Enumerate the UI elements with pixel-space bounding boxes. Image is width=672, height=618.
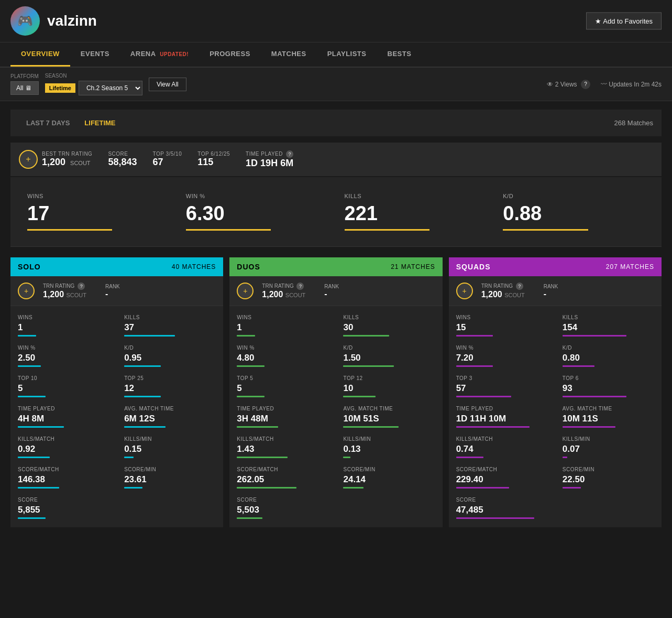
stat-item: TOP 10 5: [10, 371, 117, 402]
top3510-item: TOP 3/5/10 67: [152, 151, 182, 168]
stat-bar: [343, 487, 363, 489]
stat-item: WIN % 7.20: [449, 341, 555, 371]
score-item: SCORE 58,843: [108, 151, 137, 168]
nav-item-matches[interactable]: MATCHES: [261, 42, 317, 67]
stat-item: WINS 1: [10, 310, 117, 341]
stat-item: TOP 25 12: [117, 371, 223, 402]
stat-bar: [237, 457, 287, 458]
stat-bar: [563, 457, 567, 458]
stat-bar: [456, 487, 510, 489]
stat-item: SCORE/MIN 24.14: [336, 462, 442, 493]
stat-bar: [124, 426, 166, 428]
stat-item: AVG. MATCH TIME 10M 51S: [336, 402, 442, 432]
arena-updated-badge: UPDATED!: [160, 51, 189, 57]
stat-bar: [237, 517, 262, 519]
big-stats-grid: WINS 17 WIN % 6.30 KILLS 221 K/D 0.88: [10, 177, 662, 247]
nav-item-arena[interactable]: ARENA UPDATED!: [120, 42, 199, 67]
nav-item-playlists[interactable]: PLAYLISTS: [317, 42, 377, 67]
stat-bar: [18, 426, 64, 428]
stat-item: WINS 1: [229, 310, 336, 341]
solo-stats-grid: WINS 1 KILLS 37 WIN % 2.50 K/D 0.95 TOP …: [10, 306, 223, 527]
winpct-bar: [186, 229, 271, 231]
stat-item: KILLS/MATCH 0.74: [449, 432, 555, 462]
stat-item: TIME PLAYED 4H 8M: [10, 402, 117, 432]
stat-item: TOP 12 10: [336, 371, 442, 402]
trn-rating-item: + BEST TRN RATING 1,200 SCOUT: [19, 150, 92, 169]
stat-bar: [456, 396, 511, 397]
mode-cards-grid: SOLO 40 Matches + TRN RATING ? 1,200 SCO…: [10, 257, 662, 527]
kd-bar: [503, 229, 588, 231]
nav-item-progress[interactable]: PROGRESS: [199, 42, 261, 67]
stat-item: WINS 15: [449, 310, 555, 341]
stat-item: KILLS/MIN 0.13: [336, 432, 442, 462]
platform-all-button[interactable]: All 🖥: [10, 81, 39, 95]
duos-trn-icon: +: [237, 283, 254, 299]
stat-bar: [18, 365, 41, 367]
stat-bar: [237, 426, 278, 428]
big-stat-kd: K/D 0.88: [494, 188, 653, 236]
tab-last7days[interactable]: LAST 7 DAYS: [19, 116, 77, 130]
stat-item: TOP 3 57: [449, 371, 555, 402]
platform-filter-group: PLATFORM All 🖥: [10, 73, 39, 95]
nav: OVERVIEW EVENTS ARENA UPDATED! PROGRESS …: [0, 42, 672, 68]
stat-item: SCORE/MIN 23.61: [117, 462, 223, 493]
avatar: 🎮: [10, 6, 40, 36]
stat-bar: [343, 396, 375, 397]
stat-item: SCORE/MIN 22.50: [555, 462, 662, 493]
big-stat-winpct: WIN % 6.30: [178, 188, 336, 236]
stat-item: TIME PLAYED 1D 11H 10M: [449, 402, 555, 432]
stat-item: K/D 0.95: [117, 341, 223, 371]
time-played-info-icon: ?: [286, 150, 293, 158]
duos-header: DUOS 21 Matches: [229, 257, 442, 276]
squads-trn-icon: +: [456, 283, 473, 299]
stat-item: SCORE 47,485: [449, 493, 555, 523]
nav-item-bests[interactable]: BESTS: [377, 42, 422, 67]
time-played-item: TIME PLAYED ? 1D 19H 6M: [246, 150, 293, 169]
stat-bar: [343, 365, 393, 367]
stats-summary-bar: + BEST TRN RATING 1,200 SCOUT SCORE 58,8…: [10, 143, 662, 176]
nav-item-overview[interactable]: OVERVIEW: [10, 42, 70, 67]
stat-item: SCORE/MATCH 146.38: [10, 462, 117, 493]
lifetime-badge: Lifetime: [45, 83, 75, 93]
big-stat-kills: KILLS 221: [336, 188, 495, 236]
stat-bar: [456, 517, 534, 519]
top61225-item: TOP 6/12/25 115: [197, 151, 230, 168]
stat-item: KILLS/MIN 0.07: [555, 432, 662, 462]
duos-stats-grid: WINS 1 KILLS 30 WIN % 4.80 K/D 1.50 TOP …: [229, 306, 442, 527]
stat-bar: [237, 396, 265, 397]
stat-bar: [456, 457, 484, 458]
views-info: 👁 2 Views ?: [547, 80, 590, 89]
tab-lifetime[interactable]: LIFETIME: [77, 116, 123, 130]
season-label: SEASON: [45, 73, 142, 79]
stat-bar: [237, 487, 296, 489]
add-favorites-button[interactable]: ★ Add to Favorites: [586, 13, 662, 30]
stat-item: SCORE 5,855: [10, 493, 117, 523]
updates-info: 〰 Updates In 2m 42s: [601, 81, 662, 88]
squads-trn-info-icon: ?: [516, 283, 523, 290]
stat-item: KILLS 37: [117, 310, 223, 341]
stat-bar: [563, 487, 581, 489]
stat-bar: [456, 426, 530, 428]
squads-card: SQUADS 207 Matches + TRN RATING ? 1,200 …: [449, 257, 662, 527]
stat-bar: [456, 335, 493, 337]
stat-bar: [18, 335, 36, 337]
username: valzinn: [47, 13, 97, 29]
right-info: 👁 2 Views ? 〰 Updates In 2m 42s: [547, 80, 662, 89]
stat-bar: [18, 396, 46, 397]
stat-item: KILLS/MATCH 0.92: [10, 432, 117, 462]
solo-trn-row: + TRN RATING ? 1,200 SCOUT RANK -: [10, 276, 223, 306]
stat-bar: [18, 457, 50, 458]
stat-item: TOP 5 5: [229, 371, 336, 402]
solo-header: SOLO 40 Matches: [10, 257, 223, 276]
duos-card: DUOS 21 Matches + TRN RATING ? 1,200 SCO…: [229, 257, 442, 527]
view-all-button[interactable]: View All: [149, 78, 186, 91]
season-select[interactable]: Ch.2 Season 5: [79, 81, 142, 95]
stat-bar: [124, 365, 161, 367]
stat-bar: [237, 335, 255, 337]
stat-bar: [124, 457, 134, 458]
nav-item-events[interactable]: EVENTS: [70, 42, 120, 67]
stat-item: K/D 1.50: [336, 341, 442, 371]
stat-bar: [124, 487, 142, 489]
stat-bar: [124, 335, 174, 337]
duos-trn-row: + TRN RATING ? 1,200 SCOUT RANK -: [229, 276, 442, 306]
